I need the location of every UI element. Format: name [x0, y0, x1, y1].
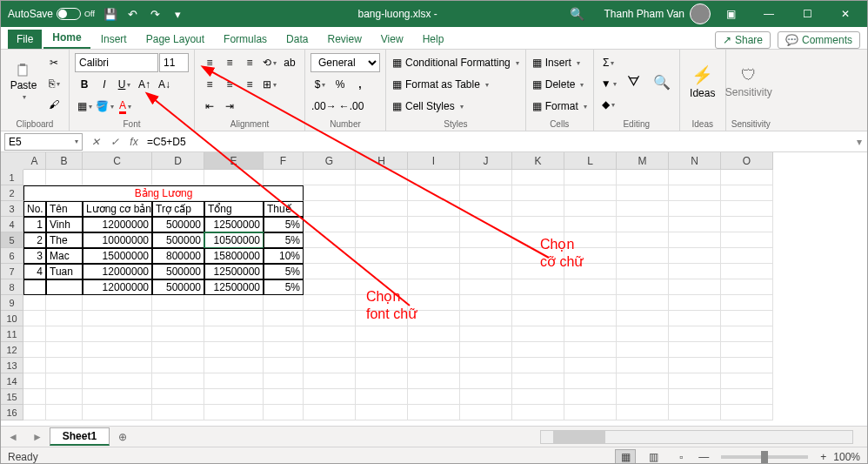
cell[interactable] — [23, 373, 46, 389]
cell[interactable] — [46, 279, 83, 295]
cell[interactable] — [356, 248, 408, 264]
cell[interactable] — [617, 389, 669, 405]
cut-button[interactable]: ✂ — [44, 53, 63, 72]
cell[interactable]: Thuế — [264, 201, 304, 217]
cell[interactable]: 12500000 — [204, 279, 264, 295]
wrap-text-button[interactable]: ab — [280, 53, 299, 72]
cell[interactable] — [204, 405, 264, 420]
cell[interactable] — [83, 389, 152, 405]
cell[interactable] — [264, 170, 304, 185]
cell[interactable] — [721, 295, 773, 311]
row-header[interactable]: 7 — [1, 264, 23, 279]
cell[interactable] — [83, 373, 152, 389]
cell[interactable] — [46, 295, 83, 311]
cell[interactable] — [204, 170, 264, 185]
cell[interactable] — [617, 170, 669, 185]
cell[interactable] — [564, 389, 617, 405]
col-header[interactable]: N — [669, 152, 721, 170]
row-header[interactable]: 5 — [1, 232, 23, 248]
cell[interactable] — [721, 342, 773, 358]
cell[interactable]: Bảng Lương — [23, 185, 304, 201]
accounting-button[interactable]: $▾ — [310, 75, 330, 94]
cell[interactable] — [617, 279, 669, 295]
cell[interactable] — [512, 232, 564, 248]
cell[interactable]: Lương cơ bản — [83, 201, 152, 217]
cell[interactable] — [564, 170, 617, 185]
row-header[interactable]: 9 — [1, 295, 23, 311]
cell[interactable] — [564, 311, 617, 326]
cell[interactable] — [356, 232, 408, 248]
tab-review[interactable]: Review — [318, 30, 370, 49]
cell[interactable] — [460, 279, 512, 295]
align-left-button[interactable]: ≡ — [200, 75, 219, 94]
qat-customize-icon[interactable]: ▾ — [168, 3, 189, 24]
cell[interactable] — [46, 358, 83, 373]
cell[interactable] — [512, 264, 564, 279]
tab-view[interactable]: View — [372, 30, 412, 49]
cell[interactable] — [408, 405, 460, 420]
cell[interactable] — [617, 295, 669, 311]
cell[interactable] — [356, 311, 408, 326]
cell[interactable] — [356, 201, 408, 217]
cell[interactable] — [460, 311, 512, 326]
cell[interactable] — [83, 358, 152, 373]
decrease-indent-button[interactable]: ⇤ — [200, 97, 219, 116]
cell[interactable] — [304, 185, 356, 201]
cell[interactable] — [721, 389, 773, 405]
cell[interactable] — [460, 326, 512, 342]
cell[interactable] — [617, 248, 669, 264]
cell[interactable] — [46, 311, 83, 326]
cell[interactable] — [408, 279, 460, 295]
cell[interactable] — [264, 311, 304, 326]
paste-button[interactable]: Paste▾ — [6, 53, 41, 111]
tab-formulas[interactable]: Formulas — [215, 30, 276, 49]
cell[interactable] — [460, 264, 512, 279]
border-button[interactable]: ▦▾ — [75, 97, 94, 116]
row-header[interactable]: 14 — [1, 373, 23, 389]
cell[interactable] — [512, 170, 564, 185]
cell[interactable] — [83, 405, 152, 420]
fill-color-button[interactable]: 🪣▾ — [95, 97, 115, 116]
cell[interactable]: No. — [23, 201, 46, 217]
cell[interactable] — [721, 170, 773, 185]
save-icon[interactable]: 💾 — [100, 3, 121, 24]
cells-area[interactable]: Bảng LươngNo.TênLương cơ bảnTrợ cấpTổngT… — [23, 170, 773, 420]
cell[interactable] — [721, 358, 773, 373]
row-header[interactable]: 12 — [1, 342, 23, 358]
cell[interactable]: 10000000 — [83, 232, 152, 248]
cell[interactable] — [669, 326, 721, 342]
cell[interactable]: 800000 — [152, 248, 204, 264]
cell[interactable] — [304, 170, 356, 185]
cell[interactable]: 12000000 — [83, 264, 152, 279]
cell[interactable] — [669, 232, 721, 248]
cell[interactable] — [617, 232, 669, 248]
cell[interactable] — [460, 170, 512, 185]
shrink-font-button[interactable]: A↓ — [155, 75, 174, 94]
col-header[interactable]: E — [204, 152, 264, 170]
cell[interactable] — [408, 248, 460, 264]
cell[interactable] — [564, 217, 617, 232]
cell[interactable] — [721, 264, 773, 279]
cell[interactable]: Tổng — [204, 201, 264, 217]
cell[interactable] — [408, 373, 460, 389]
cell[interactable] — [512, 185, 564, 201]
cell[interactable] — [512, 311, 564, 326]
cell[interactable] — [46, 326, 83, 342]
comma-button[interactable]: , — [351, 75, 370, 94]
row-header[interactable]: 2 — [1, 185, 23, 201]
cell[interactable] — [564, 358, 617, 373]
cell[interactable]: 5% — [264, 232, 304, 248]
sheet-nav-next-icon[interactable]: ► — [25, 431, 50, 443]
cell[interactable] — [152, 295, 204, 311]
cell[interactable] — [512, 405, 564, 420]
cell[interactable] — [721, 185, 773, 201]
cell[interactable] — [564, 373, 617, 389]
worksheet-grid[interactable]: ABCDEFGHIJKLMNO 12345678910111213141516 … — [1, 152, 867, 426]
cell[interactable] — [669, 217, 721, 232]
cell[interactable] — [264, 358, 304, 373]
col-header[interactable]: H — [356, 152, 408, 170]
cell[interactable] — [721, 311, 773, 326]
cell[interactable] — [721, 373, 773, 389]
cell[interactable] — [152, 389, 204, 405]
cell[interactable] — [23, 389, 46, 405]
